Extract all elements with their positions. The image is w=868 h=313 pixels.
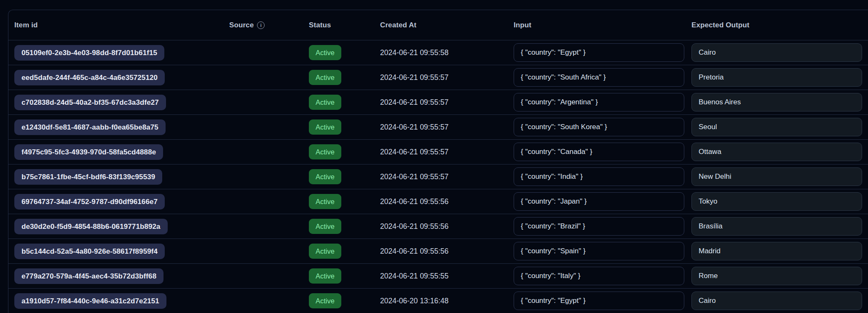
table-row[interactable]: eed5dafe-244f-465c-a84c-4a6e35725120 Act… bbox=[8, 65, 868, 90]
expected-output-cell: New Delhi bbox=[686, 167, 863, 186]
expected-output-value-box: Tokyo bbox=[691, 192, 862, 211]
expected-output-cell: Rome bbox=[686, 267, 863, 285]
table-body: 05109ef0-2e3b-4e03-98dd-8f7d01b61f15 Act… bbox=[8, 40, 868, 313]
column-header-expected-output-label: Expected Output bbox=[691, 21, 750, 29]
created-at-cell: 2024-06-21 09:55:57 bbox=[374, 172, 508, 181]
status-badge: Active bbox=[309, 144, 341, 160]
status-cell: Active bbox=[303, 219, 374, 234]
created-at-cell: 2024-06-20 13:16:48 bbox=[374, 297, 508, 305]
cutoff-cell bbox=[863, 118, 868, 136]
item-id-badge[interactable]: 69764737-34af-4752-9787-d90df96166e7 bbox=[14, 194, 165, 210]
status-badge: Active bbox=[309, 70, 341, 85]
expected-output-value-box: Cairo bbox=[691, 43, 862, 62]
column-header-created-at: Created At bbox=[374, 21, 508, 29]
expected-output-cell: Pretoria bbox=[686, 68, 863, 87]
input-value-box: { "country": "South Africa" } bbox=[514, 68, 684, 87]
input-value-box: { "country": "Canada" } bbox=[514, 143, 684, 161]
item-id-cell: b75c7861-1fbe-45cf-bdf6-83f139c95539 bbox=[8, 169, 223, 185]
item-id-badge[interactable]: e779a270-579a-4f45-aec4-35b72d3bff68 bbox=[14, 268, 163, 284]
expected-output-cell: Buenos Aires bbox=[686, 93, 863, 111]
status-cell: Active bbox=[303, 244, 374, 259]
created-at-cell: 2024-06-21 09:55:58 bbox=[374, 48, 508, 57]
input-value-box: { "country": "South Korea" } bbox=[514, 118, 684, 136]
item-id-cell: 05109ef0-2e3b-4e03-98dd-8f7d01b61f15 bbox=[8, 45, 223, 61]
created-at-cell: 2024-06-21 09:55:57 bbox=[374, 73, 508, 82]
item-id-badge[interactable]: a1910d57-7f84-440c-9e46-a31c2d7e2151 bbox=[14, 293, 166, 309]
status-badge: Active bbox=[309, 95, 341, 110]
item-id-badge[interactable]: c702838d-24d5-40a2-bf35-67dc3a3dfe27 bbox=[14, 95, 166, 110]
input-cell: { "country": "India" } bbox=[508, 167, 686, 186]
created-at-cell: 2024-06-21 09:55:56 bbox=[374, 197, 508, 206]
table-header-row: Item id Source i Status Created At Input… bbox=[8, 10, 868, 40]
table-row[interactable]: c702838d-24d5-40a2-bf35-67dc3a3dfe27 Act… bbox=[8, 90, 868, 115]
expected-output-value-box: Rome bbox=[691, 267, 862, 285]
input-cell: { "country": "Egypt" } bbox=[508, 292, 686, 310]
table-row[interactable]: 05109ef0-2e3b-4e03-98dd-8f7d01b61f15 Act… bbox=[8, 40, 868, 65]
expected-output-value-box: Madrid bbox=[691, 242, 862, 260]
column-header-item-id: Item id bbox=[8, 21, 223, 29]
input-value-box: { "country": "Brazil" } bbox=[514, 217, 684, 236]
item-id-badge[interactable]: de30d2e0-f5d9-4854-88b6-0619771b892a bbox=[14, 219, 168, 234]
expected-output-value-box: Ottawa bbox=[691, 143, 862, 161]
table-row[interactable]: b75c7861-1fbe-45cf-bdf6-83f139c95539 Act… bbox=[8, 164, 868, 189]
item-id-badge[interactable]: e12430df-5e81-4687-aabb-f0ea65be8a75 bbox=[14, 119, 166, 135]
expected-output-cell: Madrid bbox=[686, 242, 863, 260]
created-at-cell: 2024-06-21 09:55:55 bbox=[374, 272, 508, 281]
created-at-cell: 2024-06-21 09:55:57 bbox=[374, 148, 508, 156]
info-icon[interactable]: i bbox=[257, 21, 265, 29]
table-row[interactable]: 69764737-34af-4752-9787-d90df96166e7 Act… bbox=[8, 189, 868, 214]
table-row[interactable]: a1910d57-7f84-440c-9e46-a31c2d7e2151 Act… bbox=[8, 289, 868, 313]
column-header-source-label: Source bbox=[229, 21, 254, 29]
status-cell: Active bbox=[303, 119, 374, 135]
created-at-cell: 2024-06-21 09:55:56 bbox=[374, 247, 508, 256]
item-id-badge[interactable]: b75c7861-1fbe-45cf-bdf6-83f139c95539 bbox=[14, 169, 162, 185]
cutoff-cell bbox=[863, 217, 868, 236]
column-header-input-label: Input bbox=[514, 21, 531, 29]
created-at-cell: 2024-06-21 09:55:57 bbox=[374, 123, 508, 132]
column-header-item-id-label: Item id bbox=[14, 21, 38, 29]
status-badge: Active bbox=[309, 219, 341, 234]
table-row[interactable]: b5c144cd-52a5-4a80-926e-58617f8959f4 Act… bbox=[8, 239, 868, 264]
cutoff-cell bbox=[863, 242, 868, 260]
expected-output-value-box: Brasília bbox=[691, 217, 862, 236]
column-header-input: Input bbox=[508, 21, 686, 29]
table-row[interactable]: de30d2e0-f5d9-4854-88b6-0619771b892a Act… bbox=[8, 214, 868, 239]
item-id-cell: 69764737-34af-4752-9787-d90df96166e7 bbox=[8, 194, 223, 210]
status-cell: Active bbox=[303, 268, 374, 284]
input-cell: { "country": "Egypt" } bbox=[508, 43, 686, 62]
input-cell: { "country": "Brazil" } bbox=[508, 217, 686, 236]
input-cell: { "country": "South Africa" } bbox=[508, 68, 686, 87]
item-id-badge[interactable]: 05109ef0-2e3b-4e03-98dd-8f7d01b61f15 bbox=[14, 45, 164, 61]
input-value-box: { "country": "Italy" } bbox=[514, 267, 684, 285]
table-row[interactable]: e12430df-5e81-4687-aabb-f0ea65be8a75 Act… bbox=[8, 115, 868, 140]
status-badge: Active bbox=[309, 268, 341, 284]
table-row[interactable]: e779a270-579a-4f45-aec4-35b72d3bff68 Act… bbox=[8, 264, 868, 289]
column-header-source: Source i bbox=[223, 21, 303, 29]
item-id-cell: f4975c95-5fc3-4939-970d-58fa5cd4888e bbox=[8, 144, 223, 160]
cutoff-cell bbox=[863, 93, 868, 111]
item-id-cell: b5c144cd-52a5-4a80-926e-58617f8959f4 bbox=[8, 244, 223, 259]
item-id-badge[interactable]: b5c144cd-52a5-4a80-926e-58617f8959f4 bbox=[14, 244, 165, 259]
cutoff-cell bbox=[863, 192, 868, 211]
column-header-status-label: Status bbox=[309, 21, 331, 29]
expected-output-cell: Tokyo bbox=[686, 192, 863, 211]
input-value-box: { "country": "Egypt" } bbox=[514, 292, 684, 310]
expected-output-cell: Ottawa bbox=[686, 143, 863, 161]
expected-output-cell: Seoul bbox=[686, 118, 863, 136]
status-cell: Active bbox=[303, 293, 374, 309]
status-cell: Active bbox=[303, 45, 374, 61]
status-badge: Active bbox=[309, 194, 341, 210]
item-id-badge[interactable]: f4975c95-5fc3-4939-970d-58fa5cd4888e bbox=[14, 144, 163, 160]
table-row[interactable]: f4975c95-5fc3-4939-970d-58fa5cd4888e Act… bbox=[8, 140, 868, 164]
column-header-expected-output: Expected Output bbox=[686, 21, 863, 29]
expected-output-value-box: Buenos Aires bbox=[691, 93, 862, 111]
status-cell: Active bbox=[303, 194, 374, 210]
item-id-cell: e779a270-579a-4f45-aec4-35b72d3bff68 bbox=[8, 268, 223, 284]
item-id-badge[interactable]: eed5dafe-244f-465c-a84c-4a6e35725120 bbox=[14, 70, 165, 85]
input-value-box: { "country": "Egypt" } bbox=[514, 43, 684, 62]
item-id-cell: e12430df-5e81-4687-aabb-f0ea65be8a75 bbox=[8, 119, 223, 135]
input-cell: { "country": "Japan" } bbox=[508, 192, 686, 211]
cutoff-cell bbox=[863, 143, 868, 161]
status-cell: Active bbox=[303, 70, 374, 85]
expected-output-cell: Cairo bbox=[686, 292, 863, 310]
